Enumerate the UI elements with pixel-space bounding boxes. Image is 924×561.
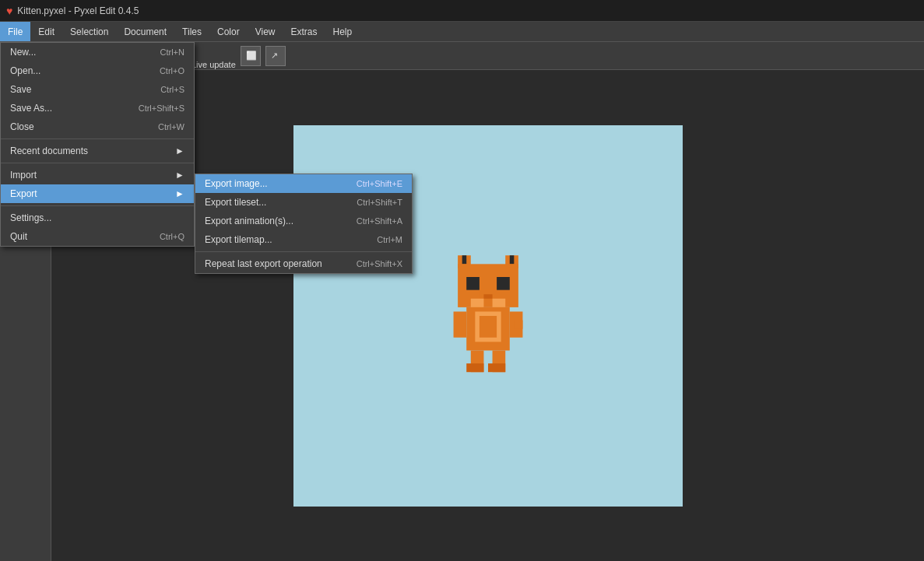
- repeat-export-shortcut: Ctrl+Shift+X: [357, 259, 402, 268]
- menu-item-export-arrow: ►: [175, 188, 184, 199]
- menu-item-recent-label: Recent documents: [10, 146, 88, 156]
- menu-item-new[interactable]: New... Ctrl+N: [1, 43, 194, 61]
- title-bar-text: Kitten.pyxel - Pyxel Edit 0.4.5: [17, 5, 139, 16]
- file-menu-dropdown: New... Ctrl+N Open... Ctrl+O Save Ctrl+S…: [0, 42, 195, 247]
- svg-rect-6: [497, 277, 510, 290]
- export-image-shortcut: Ctrl+Shift+E: [357, 179, 402, 188]
- export-animation-item[interactable]: Export animation(s)... Ctrl+Shift+A: [195, 212, 412, 230]
- menu-item-save[interactable]: Save Ctrl+S: [1, 80, 194, 99]
- menu-item-close[interactable]: Close Ctrl+W: [1, 117, 194, 136]
- menu-item-save-label: Save: [10, 84, 31, 95]
- menu-item-close-shortcut: Ctrl+W: [158, 122, 184, 131]
- export-animation-shortcut: Ctrl+Shift+A: [357, 216, 402, 226]
- export-tilemap-label: Export tilemap...: [205, 234, 272, 245]
- svg-rect-16: [514, 320, 522, 328]
- menu-item-recent[interactable]: Recent documents ►: [1, 142, 194, 160]
- svg-rect-3: [509, 255, 514, 264]
- export-tileset-item[interactable]: Export tileset... Ctrl+Shift+T: [195, 193, 412, 212]
- toolbar-extra-btn2[interactable]: ↗: [265, 46, 286, 66]
- title-bar: ♥ Kitten.pyxel - Pyxel Edit 0.4.5: [0, 0, 924, 22]
- svg-rect-2: [462, 255, 466, 264]
- menu-item-new-shortcut: Ctrl+N: [160, 47, 184, 57]
- export-submenu-wrapper: Export image... Ctrl+Shift+E Export tile…: [195, 174, 413, 274]
- menu-item-open-label: Open...: [10, 65, 40, 76]
- menu-item-open-shortcut: Ctrl+O: [160, 66, 184, 75]
- svg-rect-10: [492, 298, 505, 307]
- svg-rect-19: [466, 363, 483, 372]
- menu-item-settings-label: Settings...: [10, 212, 51, 223]
- menu-item-new-label: New...: [10, 47, 36, 58]
- export-animation-label: Export animation(s)...: [205, 216, 293, 226]
- svg-rect-14: [453, 311, 466, 337]
- export-image-label: Export image...: [205, 178, 268, 189]
- menu-item-import[interactable]: Import ►: [1, 166, 194, 184]
- toolbar-extra-btn1[interactable]: ⬜: [241, 46, 261, 66]
- svg-rect-9: [470, 298, 483, 307]
- dropdown-overlay: New... Ctrl+N Open... Ctrl+O Save Ctrl+S…: [0, 42, 195, 247]
- svg-rect-20: [488, 363, 505, 372]
- menu-edit[interactable]: Edit: [30, 22, 62, 41]
- svg-rect-8: [483, 294, 492, 299]
- menu-document[interactable]: Document: [116, 22, 174, 41]
- menu-bar: File Edit Selection Document Tiles Color…: [0, 22, 924, 42]
- svg-rect-5: [466, 277, 480, 290]
- menu-item-settings[interactable]: Settings...: [1, 209, 194, 227]
- menu-help[interactable]: Help: [325, 22, 360, 41]
- export-tileset-label: Export tileset...: [205, 197, 266, 208]
- pixel-cat-sprite: [449, 254, 527, 378]
- export-sep: [195, 251, 412, 252]
- export-tileset-shortcut: Ctrl+Shift+T: [357, 198, 402, 207]
- menu-item-import-label: Import: [10, 170, 37, 181]
- menu-extras[interactable]: Extras: [283, 22, 325, 41]
- menu-item-save-as-shortcut: Ctrl+Shift+S: [139, 103, 184, 113]
- menu-selection[interactable]: Selection: [62, 22, 116, 41]
- menu-item-export-label: Export: [10, 188, 37, 199]
- menu-view[interactable]: View: [248, 22, 283, 41]
- export-submenu: Export image... Ctrl+Shift+E Export tile…: [195, 174, 413, 274]
- menu-item-save-shortcut: Ctrl+S: [160, 85, 184, 94]
- menu-tiles[interactable]: Tiles: [174, 22, 209, 41]
- menu-item-recent-arrow: ►: [175, 146, 184, 156]
- menu-item-import-arrow: ►: [175, 170, 184, 181]
- sep2: [1, 163, 194, 163]
- menu-file[interactable]: File: [0, 22, 30, 41]
- menu-item-quit-label: Quit: [10, 231, 27, 242]
- repeat-export-item[interactable]: Repeat last export operation Ctrl+Shift+…: [195, 254, 412, 273]
- menu-item-quit-shortcut: Ctrl+Q: [160, 232, 184, 241]
- export-image-item[interactable]: Export image... Ctrl+Shift+E: [195, 174, 412, 193]
- menu-item-open[interactable]: Open... Ctrl+O: [1, 61, 194, 80]
- app-icon: ♥: [6, 5, 12, 17]
- sep3: [1, 205, 194, 206]
- menu-item-close-label: Close: [10, 121, 34, 132]
- menu-item-export[interactable]: Export ►: [1, 184, 194, 203]
- menu-item-save-as[interactable]: Save As... Ctrl+Shift+S: [1, 99, 194, 117]
- export-tilemap-shortcut: Ctrl+M: [377, 235, 402, 244]
- menu-item-save-as-label: Save As...: [10, 103, 52, 114]
- repeat-export-label: Repeat last export operation: [205, 258, 322, 269]
- menu-item-quit[interactable]: Quit Ctrl+Q: [1, 227, 194, 246]
- sep1: [1, 138, 194, 139]
- svg-rect-13: [479, 316, 496, 338]
- export-tilemap-item[interactable]: Export tilemap... Ctrl+M: [195, 230, 412, 249]
- menu-color[interactable]: Color: [209, 22, 248, 41]
- live-update-label: Live update: [191, 60, 236, 69]
